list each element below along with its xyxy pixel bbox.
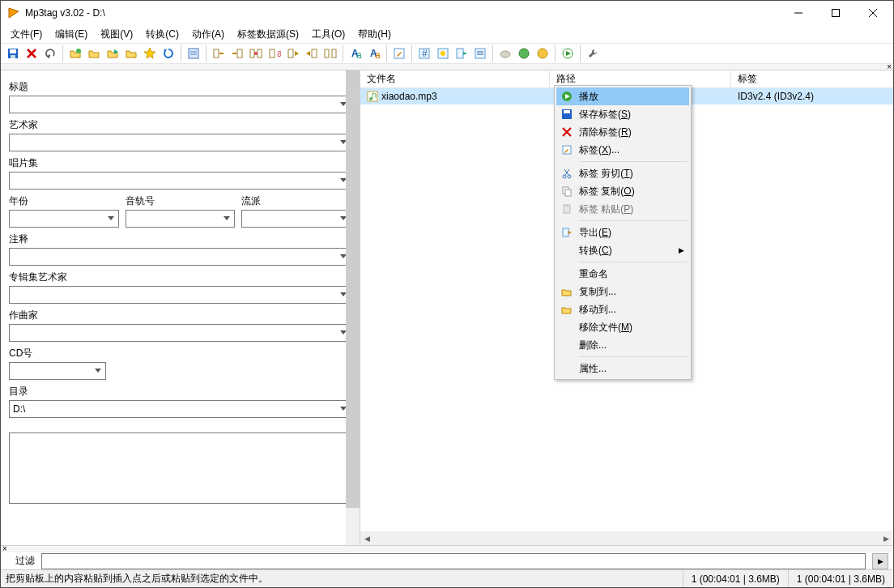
cm-rename[interactable]: 重命名 (556, 265, 689, 283)
cm-properties[interactable]: 属性... (556, 360, 689, 377)
input-album[interactable] (9, 172, 351, 190)
menu-convert[interactable]: 转换(C) (139, 26, 185, 43)
svg-rect-7 (11, 55, 15, 58)
label-artist: 艺术家 (9, 118, 351, 132)
svg-text:a: a (375, 49, 381, 60)
input-track[interactable] (126, 210, 236, 228)
cell-tag: ID3v2.4 (ID3v2.4) (738, 91, 814, 102)
text-tag-icon[interactable]: a (266, 45, 283, 62)
folder-open-icon[interactable] (66, 45, 84, 62)
panel-close-icon[interactable]: × (887, 62, 892, 71)
menu-file[interactable]: 文件(F) (4, 26, 49, 43)
tag-filename-icon[interactable] (210, 45, 228, 62)
menu-view[interactable]: 视图(V) (94, 26, 139, 43)
horizontal-scrollbar[interactable]: ◀ ▶ (360, 531, 893, 545)
input-directory[interactable]: D:\ (9, 400, 351, 418)
input-title[interactable] (9, 96, 351, 113)
svg-marker-28 (295, 51, 299, 56)
filter-go-button[interactable]: ▶ (872, 553, 888, 569)
minimize-button[interactable] (780, 1, 817, 25)
folder-refresh-icon[interactable] (122, 45, 140, 62)
input-genre[interactable] (241, 210, 351, 228)
cm-remove-file[interactable]: 移除文件(M) (556, 318, 689, 336)
scroll-right-icon[interactable]: ▶ (879, 531, 893, 545)
input-albumartist[interactable] (9, 286, 351, 304)
svg-rect-27 (288, 49, 293, 58)
scroll-left-icon[interactable]: ◀ (360, 531, 374, 545)
menu-tools[interactable]: 工具(O) (305, 26, 351, 43)
cm-delete[interactable]: 删除... (556, 336, 689, 354)
cm-copy[interactable]: 标签 复制(O) (556, 182, 689, 200)
cover-art-area[interactable] (9, 432, 351, 504)
col-filename[interactable]: 文件名 (360, 70, 550, 87)
col-tag[interactable]: 标签 (731, 70, 893, 87)
label-album: 唱片集 (9, 156, 351, 170)
filter-close-icon[interactable]: × (2, 544, 7, 553)
label-directory: 目录 (9, 385, 351, 398)
status-message: 把剪贴板上的内容粘贴到插入点之后或粘贴到选定的文件中。 (1, 572, 683, 586)
undo-icon[interactable] (41, 45, 59, 62)
wizard-icon[interactable] (434, 45, 452, 62)
tag-import-icon[interactable] (303, 45, 321, 62)
svg-rect-15 (189, 49, 198, 58)
input-composer[interactable] (9, 324, 351, 342)
cm-cut[interactable]: 标签 剪切(T) (556, 164, 689, 182)
menu-help[interactable]: 帮助(H) (351, 26, 398, 43)
svg-rect-77 (565, 190, 571, 196)
filename-tag-icon[interactable] (228, 45, 246, 62)
input-year[interactable] (9, 210, 119, 228)
cm-convert[interactable]: 转换(C) ▶ (556, 241, 689, 259)
actions-a-icon[interactable]: Aa (347, 45, 364, 62)
cm-play[interactable]: 播放 (556, 87, 689, 105)
input-discnumber[interactable] (9, 362, 106, 380)
tag-export-icon[interactable] (284, 45, 302, 62)
cloud-icon[interactable] (496, 45, 514, 62)
edit-icon[interactable] (390, 45, 408, 62)
cm-save-tags[interactable]: 保存标签(S) (556, 105, 689, 123)
filter-grip[interactable]: × (1, 546, 893, 552)
menu-edit[interactable]: 编辑(E) (49, 26, 94, 43)
menu-tagsources[interactable]: 标签数据源(S) (231, 26, 305, 43)
globe-yellow-icon[interactable] (534, 45, 551, 62)
folder-add-icon[interactable] (85, 45, 103, 62)
cm-tags[interactable]: 标签(X)... (556, 141, 689, 159)
input-artist[interactable] (9, 134, 351, 151)
number-icon[interactable]: # (415, 45, 433, 62)
close-button[interactable] (854, 1, 892, 25)
maximize-button[interactable] (817, 1, 854, 25)
statusbar: 把剪贴板上的内容粘贴到插入点之后或粘贴到选定的文件中。 1 (00:04:01 … (1, 569, 893, 587)
svg-rect-23 (258, 49, 262, 58)
export-icon[interactable] (453, 45, 470, 62)
globe-green-icon[interactable] (515, 45, 533, 62)
actions-b-icon[interactable]: Aa (365, 45, 383, 62)
cm-export[interactable]: 导出(E) (556, 224, 689, 241)
label-track: 音轨号 (126, 194, 236, 208)
delete-icon (560, 126, 574, 138)
star-icon[interactable] (141, 45, 159, 62)
panel-grip[interactable]: × (1, 64, 893, 70)
filter-input[interactable] (41, 553, 866, 569)
refresh-icon[interactable] (160, 45, 177, 62)
window-title: Mp3tag v3.02 - D:\ (25, 7, 780, 19)
label-genre: 流派 (241, 194, 351, 208)
tag-tag-icon[interactable] (321, 45, 339, 62)
svg-marker-61 (95, 369, 101, 373)
panel-scrollbar[interactable] (346, 70, 360, 545)
tools-icon[interactable] (584, 45, 602, 62)
playlist-icon[interactable] (471, 45, 489, 62)
filename-filename-icon[interactable] (247, 45, 265, 62)
input-comment[interactable] (9, 248, 351, 266)
svg-text:#: # (422, 48, 428, 59)
svg-marker-55 (108, 216, 114, 220)
svg-point-49 (538, 49, 547, 58)
cm-copyto[interactable]: 复制到... (556, 283, 689, 300)
save-icon[interactable] (4, 45, 22, 62)
cm-remove-tags[interactable]: 清除标签(R) (556, 123, 689, 141)
cm-moveto[interactable]: 移动到... (556, 300, 689, 318)
svg-point-47 (500, 51, 510, 58)
play-toolbar-icon[interactable] (559, 45, 577, 62)
select-all-icon[interactable] (185, 45, 202, 62)
menu-actions[interactable]: 动作(A) (185, 26, 231, 43)
delete-icon[interactable] (23, 45, 40, 62)
folder-play-icon[interactable] (104, 45, 121, 62)
